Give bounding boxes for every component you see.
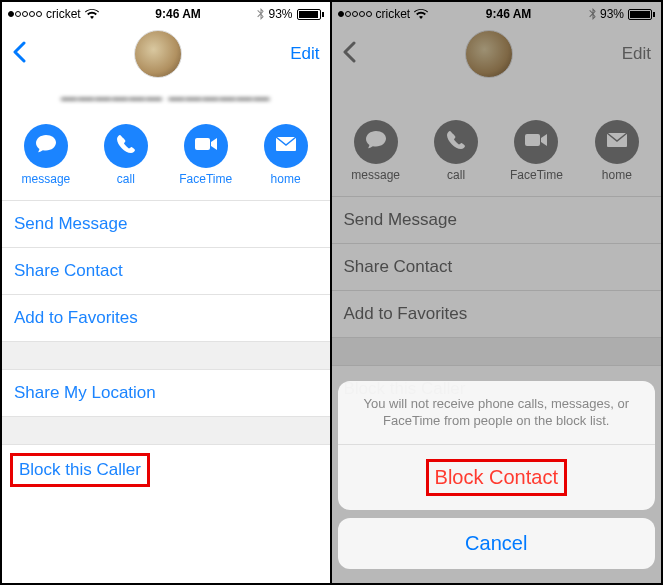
message-action[interactable]: message: [340, 120, 412, 182]
bluetooth-icon: [589, 8, 596, 20]
highlight-box: Block Contact: [426, 459, 567, 496]
send-message-row[interactable]: Send Message: [2, 200, 330, 247]
mail-icon: [606, 132, 628, 152]
facetime-action[interactable]: FaceTime: [170, 124, 242, 186]
carrier-label: cricket: [376, 7, 411, 21]
wifi-icon: [85, 9, 99, 20]
cancel-button[interactable]: Cancel: [338, 518, 656, 569]
message-label: message: [351, 168, 400, 182]
block-contact-button[interactable]: Block Contact: [338, 445, 656, 510]
svg-rect-0: [195, 138, 210, 150]
send-message-row[interactable]: Send Message: [332, 196, 662, 243]
facetime-label: FaceTime: [179, 172, 232, 186]
battery-pct: 93%: [600, 7, 624, 21]
list-gap: [332, 337, 662, 365]
phone-left: cricket 9:46 AM 93% Edit —————— ——————: [2, 2, 332, 583]
call-label: call: [447, 168, 465, 182]
edit-button[interactable]: Edit: [290, 44, 319, 64]
back-button[interactable]: [342, 38, 356, 70]
home-label: home: [602, 168, 632, 182]
nav-bar: Edit: [332, 24, 662, 90]
list-gap: [2, 341, 330, 369]
options-list: Send Message Share Contact Add to Favori…: [332, 196, 662, 412]
battery-pct: 93%: [268, 7, 292, 21]
add-favorites-row[interactable]: Add to Favorites: [2, 294, 330, 341]
avatar[interactable]: [134, 30, 182, 78]
status-bar: cricket 9:46 AM 93%: [2, 2, 330, 24]
call-label: call: [117, 172, 135, 186]
status-time: 9:46 AM: [486, 7, 532, 21]
battery-icon: [297, 9, 324, 20]
message-action[interactable]: message: [10, 124, 82, 186]
facetime-action[interactable]: FaceTime: [500, 120, 572, 182]
facetime-label: FaceTime: [510, 168, 563, 182]
block-caller-row[interactable]: Block this Caller: [2, 444, 330, 495]
highlight-box: Block this Caller: [10, 453, 150, 487]
wifi-icon: [414, 9, 428, 20]
home-label: home: [271, 172, 301, 186]
back-button[interactable]: [12, 38, 26, 70]
message-label: message: [22, 172, 71, 186]
svg-rect-2: [525, 134, 540, 146]
phone-right: cricket 9:46 AM 93% Edit: [332, 2, 662, 583]
nav-bar: Edit: [2, 24, 330, 90]
block-contact-label: Block Contact: [435, 466, 558, 488]
status-bar: cricket 9:46 AM 93%: [332, 2, 662, 24]
phone-icon: [116, 134, 136, 158]
block-caller-label: Block this Caller: [19, 460, 141, 479]
home-action[interactable]: home: [250, 124, 322, 186]
bluetooth-icon: [257, 8, 264, 20]
call-action[interactable]: call: [420, 120, 492, 182]
phone-icon: [446, 130, 466, 154]
sheet-message: You will not receive phone calls, messag…: [338, 381, 656, 445]
message-icon: [365, 130, 387, 154]
video-icon: [194, 136, 218, 156]
message-icon: [35, 134, 57, 158]
edit-button[interactable]: Edit: [622, 44, 651, 64]
share-contact-row[interactable]: Share Contact: [2, 247, 330, 294]
mail-icon: [275, 136, 297, 156]
list-gap: [2, 416, 330, 444]
add-favorites-row[interactable]: Add to Favorites: [332, 290, 662, 337]
quick-actions: message call FaceTime home: [332, 90, 662, 196]
contact-name: —————— ——————: [2, 90, 330, 114]
carrier-label: cricket: [46, 7, 81, 21]
avatar[interactable]: [465, 30, 513, 78]
status-time: 9:46 AM: [155, 7, 201, 21]
video-icon: [524, 132, 548, 152]
call-action[interactable]: call: [90, 124, 162, 186]
signal-icon: [338, 11, 372, 17]
action-sheet: You will not receive phone calls, messag…: [338, 381, 656, 577]
home-action[interactable]: home: [581, 120, 653, 182]
share-contact-row[interactable]: Share Contact: [332, 243, 662, 290]
battery-icon: [628, 9, 655, 20]
quick-actions: message call FaceTime home: [2, 114, 330, 200]
share-location-row[interactable]: Share My Location: [2, 369, 330, 416]
signal-icon: [8, 11, 42, 17]
options-list: Send Message Share Contact Add to Favori…: [2, 200, 330, 495]
